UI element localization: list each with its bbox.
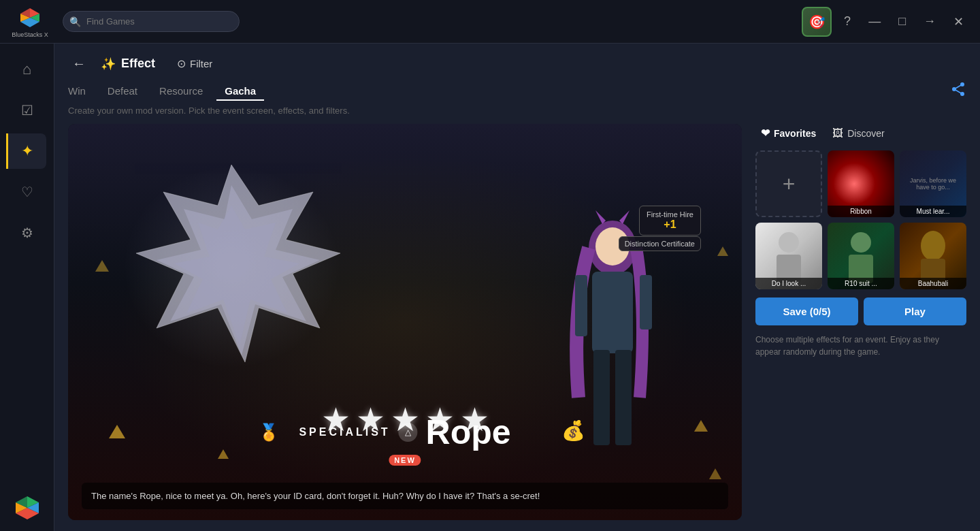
- decoration-tri-5: [717, 246, 728, 256]
- sidebar-bottom: [12, 493, 42, 523]
- svg-point-32: [779, 232, 799, 253]
- sidebar-item-mods[interactable]: ✦: [6, 133, 46, 169]
- decoration-tri-1: [109, 425, 125, 438]
- hire-badge: First-time Hire +1: [639, 206, 701, 236]
- main-layout: ⌂ ☑ ✦ ♡ ⚙: [0, 44, 980, 531]
- panel-note: Choose multiple effects for an event. En…: [755, 334, 966, 358]
- svg-marker-30: [619, 210, 630, 224]
- top-bar-right: 🎯 ? — □ → ✕: [802, 7, 969, 37]
- svg-line-19: [954, 89, 962, 94]
- sidebar-item-settings[interactable]: ⚙: [8, 215, 46, 251]
- play-button[interactable]: Play: [864, 297, 966, 325]
- svg-line-18: [954, 84, 962, 89]
- character-name-display: SPECIALIST △ Rope NEW: [299, 415, 510, 466]
- right-panel: ❤ Favorites 🖼 Discover +: [755, 124, 966, 520]
- share-button[interactable]: [950, 81, 966, 101]
- tab-win[interactable]: Win: [68, 82, 94, 101]
- sidebar-item-home[interactable]: ⌂: [8, 52, 46, 87]
- minimize-button[interactable]: —: [863, 12, 886, 31]
- ribbon-label: Ribbon: [828, 206, 894, 217]
- hire-badge-value: +1: [647, 219, 693, 231]
- svg-marker-29: [595, 210, 606, 224]
- sidebar-item-favorites[interactable]: ♡: [8, 174, 46, 210]
- maximize-button[interactable]: □: [893, 12, 911, 31]
- favorites-icon: ♡: [21, 184, 33, 200]
- thumbnails-grid: + Ribbon Jarvis, before we have to go...…: [755, 150, 966, 289]
- svg-rect-24: [592, 272, 633, 353]
- r10-label: R10 suit ...: [828, 278, 894, 289]
- decoration-tri-6: [709, 468, 721, 479]
- thumbnail-ribbon[interactable]: Ribbon: [828, 150, 894, 217]
- forward-button[interactable]: →: [918, 12, 941, 31]
- store-icon: ☑: [21, 102, 33, 118]
- panel-tab-discover[interactable]: 🖼 Discover: [827, 125, 889, 142]
- subtitle-text-overlay: The name's Rope, nice to meet ya. Oh, he…: [82, 483, 728, 510]
- app-name-label: BlueStacks X: [12, 31, 48, 38]
- page-heading: Effect: [121, 57, 155, 71]
- bluestacks-bottom-logo: [12, 493, 42, 523]
- page-title-section: ✨ Effect: [101, 57, 155, 71]
- add-icon: +: [783, 172, 796, 197]
- heart-icon: ❤: [761, 127, 770, 140]
- dolook-label: Do I look ...: [755, 278, 822, 289]
- save-button[interactable]: Save (0/5): [755, 297, 858, 325]
- search-icon: 🔍: [69, 16, 81, 27]
- tab-resource[interactable]: Resource: [151, 82, 211, 101]
- back-button[interactable]: ←: [68, 54, 90, 73]
- action-buttons: Save (0/5) Play: [755, 297, 966, 325]
- cert-label: Distinction Certificate: [625, 240, 695, 248]
- svg-point-34: [851, 232, 871, 253]
- thumbnail-mustlear[interactable]: Jarvis, before we have to go... Must lea…: [900, 150, 966, 217]
- home-icon: ⌂: [22, 61, 31, 78]
- mods-icon: ✦: [21, 142, 33, 160]
- svg-rect-25: [593, 350, 610, 445]
- discover-icon: 🖼: [832, 127, 843, 140]
- hire-badge-title: First-time Hire: [647, 210, 693, 219]
- search-input[interactable]: [63, 11, 240, 32]
- effect-icon: ✨: [101, 57, 116, 71]
- thumbnail-dolook[interactable]: Do I look ...: [755, 223, 822, 289]
- current-game-icon[interactable]: 🎯: [802, 7, 832, 37]
- page-subtitle: Create your own mod version. Pick the ev…: [68, 106, 966, 116]
- tab-defeat[interactable]: Defeat: [99, 82, 146, 101]
- filter-button[interactable]: ⊙ Filter: [177, 57, 212, 70]
- page-nav: ← ✨ Effect ⊙ Filter: [68, 54, 966, 73]
- content-row: ★ ★ ★ ★ ★ SPECIALIST △ Rope: [68, 124, 966, 520]
- monster-shape: [109, 151, 354, 383]
- sidebar-item-store[interactable]: ☑: [8, 93, 46, 128]
- content-area: ← ✨ Effect ⊙ Filter Win Defeat Resource …: [54, 44, 980, 531]
- specialist-label: SPECIALIST: [299, 426, 390, 438]
- tab-gacha[interactable]: Gacha: [216, 82, 264, 101]
- subtitle-dialogue: The name's Rope, nice to meet ya. Oh, he…: [91, 491, 540, 501]
- top-bar: BlueStacks X 🔍 🎯 ? — □ → ✕: [0, 0, 980, 44]
- search-bar[interactable]: 🔍: [63, 11, 240, 32]
- svg-point-36: [921, 231, 945, 261]
- thumbnail-baahu[interactable]: Baahubali: [900, 223, 966, 289]
- char-name: Rope: [426, 415, 511, 449]
- close-button[interactable]: ✕: [948, 12, 969, 32]
- filter-icon: ⊙: [177, 57, 186, 70]
- preview-inner: ★ ★ ★ ★ ★ SPECIALIST △ Rope: [68, 124, 742, 520]
- decoration-tri-2: [218, 449, 229, 459]
- app-logo: BlueStacks X: [11, 3, 49, 41]
- thumbnail-r10suit[interactable]: R10 suit ...: [828, 223, 894, 289]
- specialist-icon: △: [399, 423, 418, 442]
- cert-badge: Distinction Certificate: [619, 236, 701, 251]
- svg-rect-26: [615, 350, 632, 445]
- svg-rect-28: [640, 275, 652, 329]
- svg-rect-27: [575, 275, 587, 336]
- baahu-label: Baahubali: [900, 278, 966, 289]
- panel-tab-favorites[interactable]: ❤ Favorites: [755, 124, 821, 142]
- help-button[interactable]: ?: [838, 12, 856, 31]
- panel-tabs: ❤ Favorites 🖼 Discover: [755, 124, 966, 142]
- new-badge: NEW: [389, 455, 421, 466]
- decoration-tri-3: [694, 420, 708, 432]
- settings-icon: ⚙: [21, 225, 33, 241]
- sidebar: ⌂ ☑ ✦ ♡ ⚙: [0, 44, 54, 531]
- gold-icon: 💰: [561, 419, 585, 442]
- thumbnail-add[interactable]: +: [755, 150, 822, 217]
- decoration-tri-4: [95, 260, 109, 272]
- preview-panel: ★ ★ ★ ★ ★ SPECIALIST △ Rope: [68, 124, 742, 520]
- tabs-row: Win Defeat Resource Gacha: [68, 81, 966, 101]
- medal-icon: 🏅: [259, 423, 279, 442]
